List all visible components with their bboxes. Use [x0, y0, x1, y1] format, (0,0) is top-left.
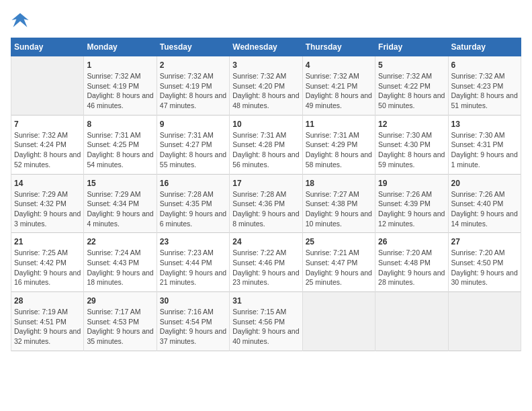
day-info: Sunrise: 7:32 AMSunset: 4:20 PMDaylight:… [232, 71, 299, 111]
day-info: Sunrise: 7:20 AMSunset: 4:48 PMDaylight:… [378, 248, 445, 287]
day-info: Sunrise: 7:31 AMSunset: 4:25 PMDaylight:… [87, 130, 153, 170]
day-number: 17 [232, 179, 299, 188]
day-info: Sunrise: 7:25 AMSunset: 4:42 PMDaylight:… [14, 248, 81, 287]
day-info: Sunrise: 7:32 AMSunset: 4:23 PMDaylight:… [451, 71, 518, 111]
svg-marker-0 [11, 13, 28, 28]
day-number: 21 [14, 237, 81, 246]
day-number: 5 [378, 60, 445, 70]
day-info: Sunrise: 7:29 AMSunset: 4:32 PMDaylight:… [14, 189, 81, 229]
day-info: Sunrise: 7:31 AMSunset: 4:28 PMDaylight:… [232, 130, 299, 170]
day-info: Sunrise: 7:28 AMSunset: 4:35 PMDaylight:… [160, 189, 226, 229]
calendar-cell: 5 Sunrise: 7:32 AMSunset: 4:22 PMDayligh… [375, 56, 448, 116]
calendar-cell: 2 Sunrise: 7:32 AMSunset: 4:19 PMDayligh… [157, 56, 229, 116]
day-number: 1 [87, 60, 153, 70]
day-number: 9 [160, 120, 226, 129]
calendar-cell: 15 Sunrise: 7:29 AMSunset: 4:34 PMDaylig… [84, 174, 157, 233]
day-number: 10 [232, 120, 299, 129]
calendar-cell: 26 Sunrise: 7:20 AMSunset: 4:48 PMDaylig… [375, 233, 448, 292]
calendar-week-row: 28 Sunrise: 7:19 AMSunset: 4:51 PMDaylig… [11, 292, 521, 351]
day-info: Sunrise: 7:23 AMSunset: 4:44 PMDaylight:… [160, 248, 226, 287]
page-header [11, 11, 521, 30]
day-info: Sunrise: 7:26 AMSunset: 4:40 PMDaylight:… [451, 189, 518, 229]
day-number: 30 [160, 296, 226, 306]
day-number: 7 [14, 120, 81, 129]
day-info: Sunrise: 7:15 AMSunset: 4:56 PMDaylight:… [232, 307, 299, 347]
day-info: Sunrise: 7:32 AMSunset: 4:19 PMDaylight:… [160, 71, 226, 111]
day-number: 18 [306, 179, 372, 188]
day-number: 25 [306, 237, 372, 246]
calendar-week-row: 1 Sunrise: 7:32 AMSunset: 4:19 PMDayligh… [11, 56, 521, 116]
day-number: 28 [14, 296, 81, 306]
calendar-table: SundayMondayTuesdayWednesdayThursdayFrid… [11, 38, 521, 351]
logo [11, 11, 32, 30]
calendar-cell: 27 Sunrise: 7:20 AMSunset: 4:50 PMDaylig… [448, 233, 521, 292]
day-number: 6 [451, 60, 518, 70]
calendar-cell: 4 Sunrise: 7:32 AMSunset: 4:21 PMDayligh… [302, 56, 375, 116]
weekday-header-saturday: Saturday [448, 38, 521, 56]
weekday-header-tuesday: Tuesday [157, 38, 229, 56]
calendar-cell: 28 Sunrise: 7:19 AMSunset: 4:51 PMDaylig… [11, 292, 84, 351]
calendar-cell: 22 Sunrise: 7:24 AMSunset: 4:43 PMDaylig… [84, 233, 157, 292]
weekday-header-row: SundayMondayTuesdayWednesdayThursdayFrid… [11, 38, 521, 56]
weekday-header-monday: Monday [84, 38, 157, 56]
day-info: Sunrise: 7:22 AMSunset: 4:46 PMDaylight:… [232, 248, 299, 287]
day-number: 20 [451, 179, 518, 188]
day-number: 19 [378, 179, 445, 188]
calendar-cell: 29 Sunrise: 7:17 AMSunset: 4:53 PMDaylig… [84, 292, 157, 351]
calendar-cell: 23 Sunrise: 7:23 AMSunset: 4:44 PMDaylig… [157, 233, 229, 292]
day-info: Sunrise: 7:16 AMSunset: 4:54 PMDaylight:… [160, 307, 226, 347]
calendar-cell: 16 Sunrise: 7:28 AMSunset: 4:35 PMDaylig… [157, 174, 229, 233]
calendar-cell: 3 Sunrise: 7:32 AMSunset: 4:20 PMDayligh… [230, 56, 302, 116]
calendar-cell: 9 Sunrise: 7:31 AMSunset: 4:27 PMDayligh… [157, 115, 229, 174]
weekday-header-wednesday: Wednesday [230, 38, 302, 56]
day-number: 29 [87, 296, 153, 306]
calendar-cell: 17 Sunrise: 7:28 AMSunset: 4:36 PMDaylig… [230, 174, 302, 233]
day-info: Sunrise: 7:19 AMSunset: 4:51 PMDaylight:… [14, 307, 81, 347]
weekday-header-sunday: Sunday [11, 38, 84, 56]
day-number: 11 [306, 120, 372, 129]
calendar-cell: 7 Sunrise: 7:32 AMSunset: 4:24 PMDayligh… [11, 115, 84, 174]
day-number: 24 [232, 237, 299, 246]
day-info: Sunrise: 7:27 AMSunset: 4:38 PMDaylight:… [306, 189, 372, 229]
day-info: Sunrise: 7:29 AMSunset: 4:34 PMDaylight:… [87, 189, 153, 229]
calendar-cell [11, 56, 84, 116]
calendar-cell: 10 Sunrise: 7:31 AMSunset: 4:28 PMDaylig… [230, 115, 302, 174]
calendar-cell: 14 Sunrise: 7:29 AMSunset: 4:32 PMDaylig… [11, 174, 84, 233]
calendar-cell: 18 Sunrise: 7:27 AMSunset: 4:38 PMDaylig… [302, 174, 375, 233]
calendar-cell: 30 Sunrise: 7:16 AMSunset: 4:54 PMDaylig… [157, 292, 229, 351]
day-number: 2 [160, 60, 226, 70]
day-number: 16 [160, 179, 226, 188]
day-info: Sunrise: 7:32 AMSunset: 4:21 PMDaylight:… [306, 71, 372, 111]
day-number: 27 [451, 237, 518, 246]
calendar-week-row: 7 Sunrise: 7:32 AMSunset: 4:24 PMDayligh… [11, 115, 521, 174]
calendar-cell: 13 Sunrise: 7:30 AMSunset: 4:31 PMDaylig… [448, 115, 521, 174]
day-number: 8 [87, 120, 153, 129]
weekday-header-thursday: Thursday [302, 38, 375, 56]
day-number: 4 [306, 60, 372, 70]
day-number: 22 [87, 237, 153, 246]
weekday-header-friday: Friday [375, 38, 448, 56]
calendar-cell: 24 Sunrise: 7:22 AMSunset: 4:46 PMDaylig… [230, 233, 302, 292]
calendar-week-row: 14 Sunrise: 7:29 AMSunset: 4:32 PMDaylig… [11, 174, 521, 233]
calendar-cell: 12 Sunrise: 7:30 AMSunset: 4:30 PMDaylig… [375, 115, 448, 174]
day-info: Sunrise: 7:17 AMSunset: 4:53 PMDaylight:… [87, 307, 153, 347]
calendar-cell: 21 Sunrise: 7:25 AMSunset: 4:42 PMDaylig… [11, 233, 84, 292]
day-info: Sunrise: 7:21 AMSunset: 4:47 PMDaylight:… [306, 248, 372, 287]
day-info: Sunrise: 7:26 AMSunset: 4:39 PMDaylight:… [378, 189, 445, 229]
day-number: 14 [14, 179, 81, 188]
day-number: 3 [232, 60, 299, 70]
day-number: 26 [378, 237, 445, 246]
calendar-cell [448, 292, 521, 351]
day-info: Sunrise: 7:28 AMSunset: 4:36 PMDaylight:… [232, 189, 299, 229]
day-number: 13 [451, 120, 518, 129]
calendar-cell [302, 292, 375, 351]
calendar-cell: 8 Sunrise: 7:31 AMSunset: 4:25 PMDayligh… [84, 115, 157, 174]
calendar-cell: 19 Sunrise: 7:26 AMSunset: 4:39 PMDaylig… [375, 174, 448, 233]
day-info: Sunrise: 7:32 AMSunset: 4:19 PMDaylight:… [87, 71, 153, 111]
day-info: Sunrise: 7:20 AMSunset: 4:50 PMDaylight:… [451, 248, 518, 287]
day-info: Sunrise: 7:30 AMSunset: 4:30 PMDaylight:… [378, 130, 445, 170]
calendar-cell: 20 Sunrise: 7:26 AMSunset: 4:40 PMDaylig… [448, 174, 521, 233]
day-number: 12 [378, 120, 445, 129]
calendar-cell: 11 Sunrise: 7:31 AMSunset: 4:29 PMDaylig… [302, 115, 375, 174]
day-number: 23 [160, 237, 226, 246]
